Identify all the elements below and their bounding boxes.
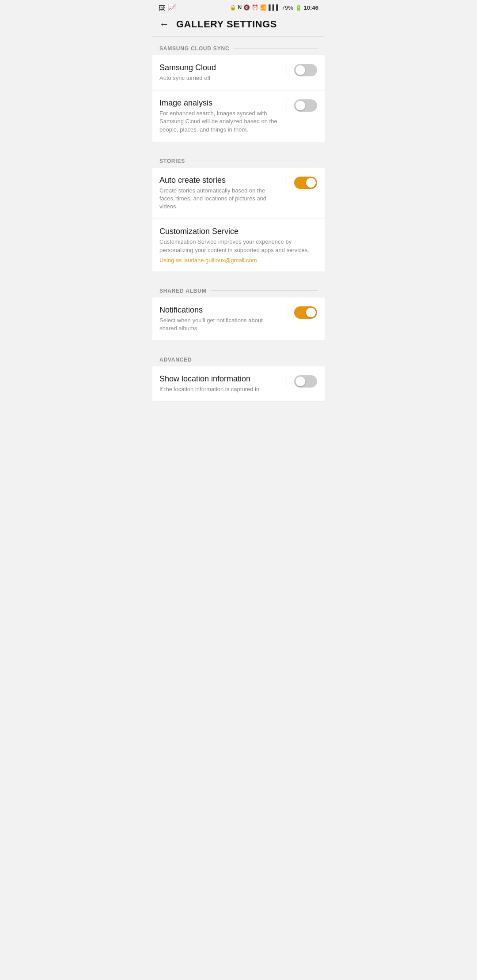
- samsung-cloud-sync-header: SAMSUNG CLOUD SYNC: [152, 37, 325, 55]
- notifications-text: Notifications Select when you'll get not…: [159, 305, 287, 332]
- page-header: ← GALLERY SETTINGS: [152, 13, 325, 36]
- stories-header: STORIES: [152, 149, 325, 168]
- stories-items: Auto create stories Create stories autom…: [152, 168, 325, 272]
- image-analysis-toggle-knob: [295, 101, 305, 110]
- status-bar: 🖼 📈 🔒 N 🔇 ⏰ 📶 ▌▌▌ 79% 🔋 10:46: [152, 0, 325, 13]
- section-header-line: [234, 49, 318, 49]
- samsung-cloud-sync-label: SAMSUNG CLOUD SYNC: [159, 45, 229, 52]
- notifications-desc: Select when you'll get notifications abo…: [159, 317, 281, 332]
- back-button[interactable]: ←: [159, 19, 169, 29]
- image-analysis-desc: For enhanced search, images synced with …: [159, 109, 281, 134]
- status-left-icons: 🖼 📈: [159, 4, 176, 11]
- shared-album-header: SHARED ALBUM: [152, 279, 325, 298]
- notifications-item[interactable]: Notifications Select when you'll get not…: [152, 298, 325, 341]
- samsung-cloud-toggle[interactable]: [294, 64, 317, 76]
- shared-album-label: SHARED ALBUM: [159, 288, 207, 294]
- image-analysis-title: Image analysis: [159, 98, 281, 108]
- show-location-text: Show location information If the locatio…: [159, 374, 287, 393]
- gallery-icon: 🖼: [159, 4, 165, 11]
- status-right-info: 🔒 N 🔇 ⏰ 📶 ▌▌▌ 79% 🔋 10:46: [230, 4, 318, 11]
- advanced-items: Show location information If the locatio…: [152, 366, 325, 402]
- signal-icon: ▌▌▌: [269, 4, 280, 11]
- gap-1: [152, 142, 325, 149]
- show-location-toggle-container: [287, 374, 318, 388]
- notifications-toggle-container: [287, 305, 318, 319]
- advanced-label: ADVANCED: [159, 357, 192, 363]
- samsung-cloud-title: Samsung Cloud: [159, 63, 281, 72]
- show-location-toggle[interactable]: [294, 375, 317, 388]
- gap-3: [152, 341, 325, 348]
- samsung-cloud-desc: Auto sync turned off: [159, 74, 281, 82]
- notifications-toggle-knob: [306, 308, 316, 317]
- shared-album-header-line: [211, 290, 318, 291]
- stories-section: STORIES Auto create stories Create stori…: [152, 149, 325, 272]
- wifi-icon: 📶: [260, 4, 267, 11]
- lock-icon: 🔒: [230, 4, 236, 11]
- gap-2: [152, 272, 325, 279]
- shared-album-items: Notifications Select when you'll get not…: [152, 298, 325, 341]
- shared-album-section: SHARED ALBUM Notifications Select when y…: [152, 279, 325, 341]
- show-location-toggle-knob: [295, 377, 305, 386]
- image-analysis-text: Image analysis For enhanced search, imag…: [159, 98, 287, 134]
- advanced-section: ADVANCED Show location information If th…: [152, 348, 325, 402]
- auto-create-stories-text: Auto create stories Create stories autom…: [159, 176, 287, 211]
- stories-label: STORIES: [159, 158, 185, 164]
- page-title: GALLERY SETTINGS: [176, 19, 277, 30]
- auto-create-stories-title: Auto create stories: [159, 176, 281, 185]
- samsung-cloud-sync-section: SAMSUNG CLOUD SYNC Samsung Cloud Auto sy…: [152, 37, 325, 142]
- show-location-title: Show location information: [159, 374, 281, 384]
- notifications-title: Notifications: [159, 305, 281, 315]
- show-location-item[interactable]: Show location information If the locatio…: [152, 366, 325, 402]
- advanced-header: ADVANCED: [152, 348, 325, 366]
- customization-service-title: Customization Service: [159, 227, 318, 236]
- notifications-toggle[interactable]: [294, 306, 317, 319]
- image-analysis-toggle-container: [287, 98, 318, 112]
- samsung-cloud-toggle-container: [287, 63, 318, 76]
- alarm-icon: ⏰: [252, 4, 258, 11]
- mute-icon: 🔇: [243, 4, 250, 11]
- chart-icon: 📈: [168, 4, 176, 11]
- image-analysis-item[interactable]: Image analysis For enhanced search, imag…: [152, 90, 325, 142]
- auto-create-stories-item[interactable]: Auto create stories Create stories autom…: [152, 168, 325, 219]
- auto-create-stories-toggle[interactable]: [294, 177, 317, 189]
- stories-header-line: [189, 161, 318, 161]
- auto-create-stories-toggle-container: [287, 176, 318, 189]
- auto-create-stories-desc: Create stories automatically based on th…: [159, 187, 281, 211]
- samsung-cloud-item[interactable]: Samsung Cloud Auto sync turned off: [152, 55, 325, 90]
- advanced-header-line: [197, 360, 318, 360]
- customization-service-desc: Customization Service improves your expe…: [159, 238, 318, 254]
- image-analysis-toggle[interactable]: [294, 99, 317, 112]
- customization-service-item[interactable]: Customization Service Customization Serv…: [152, 219, 325, 271]
- battery-percentage: 79%: [282, 4, 293, 11]
- show-location-desc: If the location information is captured …: [159, 385, 281, 393]
- n-icon: N: [238, 4, 242, 11]
- time-display: 10:46: [304, 4, 318, 11]
- samsung-cloud-sync-items: Samsung Cloud Auto sync turned off Image…: [152, 55, 325, 142]
- samsung-cloud-text: Samsung Cloud Auto sync turned off: [159, 63, 287, 82]
- customization-service-link[interactable]: Using as lauriane.guilloux@gmail.com: [159, 257, 318, 264]
- auto-create-stories-toggle-knob: [306, 178, 316, 188]
- samsung-cloud-toggle-knob: [295, 65, 305, 75]
- battery-icon: 🔋: [295, 4, 302, 11]
